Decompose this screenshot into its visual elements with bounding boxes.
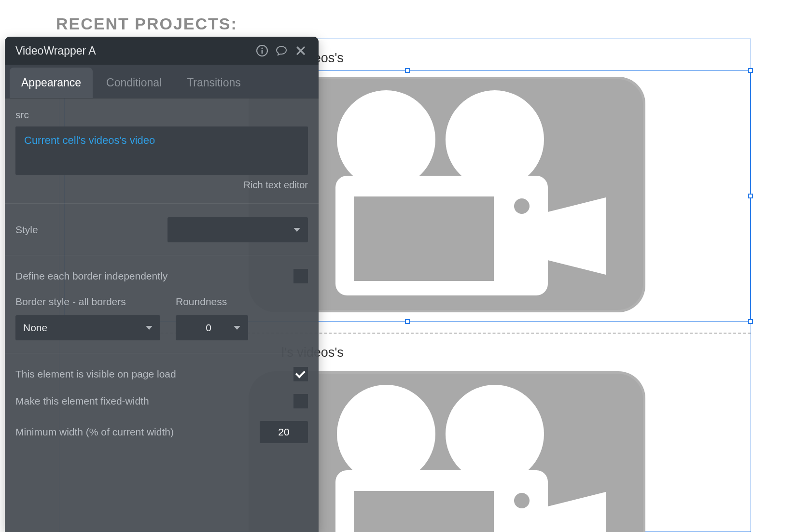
min-width-input[interactable]: 20 [260, 421, 308, 443]
svg-point-16 [261, 47, 263, 49]
section-borders: Define each border independently Border … [5, 255, 319, 353]
properties-panel[interactable]: VideoWrapper A Appearance Conditional Tr… [5, 37, 319, 532]
visible-on-load-checkbox[interactable] [293, 367, 308, 381]
style-label: Style [15, 224, 140, 236]
svg-rect-15 [262, 50, 263, 54]
src-label: src [15, 109, 308, 121]
page-heading: RECENT PROJECTS: [56, 14, 237, 33]
define-each-border-checkbox[interactable] [293, 269, 308, 283]
tab-appearance[interactable]: Appearance [10, 68, 93, 98]
roundness-label: Roundness [176, 296, 248, 308]
svg-rect-12 [354, 491, 494, 532]
svg-point-6 [514, 198, 530, 214]
rich-text-editor-link[interactable]: Rich text editor [15, 180, 308, 191]
style-select[interactable] [167, 217, 308, 242]
svg-point-3 [446, 90, 544, 189]
border-style-value: None [23, 322, 146, 334]
src-expression-input[interactable]: Current cell's videos's video [15, 126, 308, 175]
svg-rect-5 [354, 196, 494, 281]
section-visibility: This element is visible on page load Mak… [5, 353, 319, 456]
chevron-down-icon [234, 326, 240, 330]
section-style: Style [5, 204, 319, 255]
tab-transitions[interactable]: Transitions [175, 68, 252, 98]
roundness-select[interactable]: 0 [176, 315, 248, 340]
src-expression-value: Current cell's videos's video [24, 134, 155, 146]
svg-point-2 [337, 90, 435, 189]
define-each-border-label: Define each border independently [15, 270, 286, 282]
svg-point-13 [514, 493, 530, 508]
svg-point-10 [446, 385, 544, 483]
visible-on-load-label: This element is visible on page load [15, 368, 286, 380]
svg-point-9 [337, 385, 435, 483]
panel-tabs: Appearance Conditional Transitions [5, 65, 319, 98]
chevron-down-icon [293, 228, 300, 232]
info-icon[interactable] [255, 43, 269, 58]
section-src: src Current cell's videos's video Rich t… [5, 98, 319, 204]
fixed-width-checkbox[interactable] [293, 394, 308, 408]
min-width-label: Minimum width (% of current width) [15, 426, 252, 438]
panel-titlebar[interactable]: VideoWrapper A [5, 37, 319, 65]
roundness-value: 0 [183, 322, 234, 334]
comment-icon[interactable] [274, 43, 289, 58]
close-icon[interactable] [293, 43, 308, 58]
border-style-select[interactable]: None [15, 315, 160, 340]
tab-conditional[interactable]: Conditional [95, 68, 173, 98]
fixed-width-label: Make this element fixed-width [15, 395, 286, 407]
border-style-label: Border style - all borders [15, 296, 160, 308]
panel-title: VideoWrapper A [15, 44, 250, 57]
chevron-down-icon [146, 326, 153, 330]
